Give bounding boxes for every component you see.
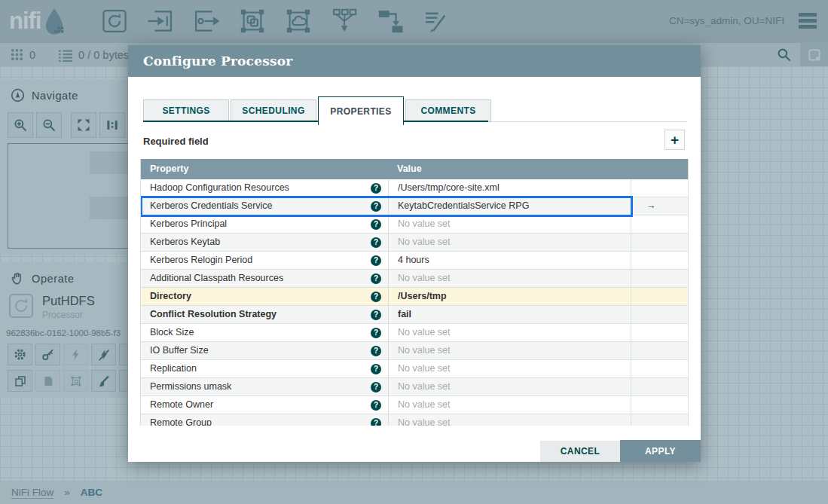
property-row[interactable]: Remote Group ? No value set → (141, 414, 688, 426)
property-row[interactable]: IO Buffer Size ? No value set → (141, 342, 688, 360)
input-port-icon[interactable] (146, 7, 175, 35)
property-value[interactable]: No value set (398, 363, 450, 374)
output-port-icon[interactable] (192, 7, 221, 35)
selected-component-type: Processor (42, 310, 83, 320)
paste-button[interactable] (35, 370, 60, 392)
help-icon[interactable]: ? (371, 201, 381, 212)
help-icon[interactable]: ? (371, 183, 381, 194)
property-value[interactable]: /Users/tmp (398, 291, 447, 301)
minimap-component (90, 151, 128, 174)
property-value[interactable]: No value set (398, 273, 450, 283)
property-value[interactable]: No value set (398, 237, 450, 247)
zoom-actual-button[interactable] (99, 112, 125, 138)
global-menu-icon[interactable] (799, 13, 817, 31)
help-icon[interactable]: ? (371, 382, 381, 393)
property-row[interactable]: Kerberos Keytab ? No value set → (141, 234, 688, 252)
property-value[interactable]: /Users/tmp/core-site.xml (398, 182, 500, 193)
delete-button[interactable] (119, 370, 128, 392)
property-row[interactable]: Hadoop Configuration Resources ? /Users/… (141, 179, 688, 197)
help-icon[interactable]: ? (371, 255, 381, 266)
zoom-fit-button[interactable] (71, 112, 96, 138)
property-row[interactable]: Block Size ? No value set → (141, 324, 688, 342)
group-button[interactable] (63, 370, 88, 392)
search-button[interactable] (767, 43, 800, 66)
component-toolbar (100, 7, 451, 35)
property-row[interactable]: Additional Classpath Resources ? No valu… (141, 270, 688, 288)
property-row[interactable]: Directory ? /Users/tmp → (141, 288, 688, 306)
help-icon[interactable]: ? (371, 400, 381, 411)
disable-button[interactable] (91, 344, 116, 365)
dialog-actions: CANCEL APPLY (540, 440, 701, 462)
column-value: Value (388, 159, 631, 179)
start-button[interactable] (119, 344, 128, 365)
template-icon[interactable] (376, 7, 405, 35)
selected-component-name: PutHDFS (42, 294, 95, 308)
help-icon[interactable]: ? (371, 364, 381, 374)
apply-button[interactable]: APPLY (620, 440, 701, 462)
property-row[interactable]: Conflict Resolution Strategy ? fail → (141, 306, 688, 324)
property-name: Kerberos Credentials Service (150, 197, 273, 215)
tab-settings[interactable]: SETTINGS (143, 99, 229, 122)
cancel-button[interactable]: CANCEL (540, 441, 620, 462)
property-name: Conflict Resolution Strategy (150, 306, 277, 323)
nifi-drop-icon (41, 7, 67, 37)
help-icon[interactable]: ? (371, 328, 381, 338)
selected-component-id[interactable]: 962836bc-0162-1000-98b5-f3 (6, 328, 121, 338)
property-value[interactable]: KeytabCredentialsService RPG (398, 200, 529, 211)
label-icon[interactable] (422, 7, 451, 35)
change-color-button[interactable] (91, 370, 116, 392)
property-value[interactable]: No value set (398, 218, 450, 229)
current-user: CN=sys_admin, OU=NIFI (669, 15, 784, 26)
birdseye-minimap[interactable] (8, 143, 128, 249)
gear-icon (13, 347, 27, 362)
go-to-service-icon[interactable]: → (640, 200, 656, 211)
property-value[interactable]: No value set (398, 345, 450, 356)
property-name: Additional Classpath Resources (150, 270, 283, 287)
help-icon[interactable]: ? (371, 310, 381, 320)
property-value[interactable]: No value set (398, 417, 450, 426)
navigate-palette: Navigate (0, 79, 128, 255)
processor-icon[interactable] (100, 7, 129, 35)
zoom-out-button[interactable] (36, 112, 62, 138)
property-row[interactable]: Remote Owner ? No value set → (141, 396, 688, 414)
property-row[interactable]: Replication ? No value set → (141, 360, 688, 378)
property-row[interactable]: Kerberos Principal ? No value set → (141, 215, 688, 234)
property-value[interactable]: No value set (398, 381, 450, 392)
help-icon[interactable]: ? (371, 418, 381, 426)
help-icon[interactable]: ? (371, 237, 381, 248)
property-name: Replication (150, 360, 197, 377)
tab-scheduling[interactable]: SCHEDULING (231, 99, 316, 122)
breadcrumb-root[interactable]: NiFi Flow (11, 487, 53, 499)
property-row[interactable]: Kerberos Credentials Service ? KeytabCre… (141, 197, 688, 215)
zoom-in-icon (13, 118, 28, 133)
property-name: Block Size (150, 324, 194, 341)
hand-icon (11, 271, 25, 286)
help-icon[interactable]: ? (371, 292, 381, 302)
queued-count: 0 / 0 bytes (78, 49, 129, 61)
tab-properties[interactable]: PROPERTIES (318, 96, 404, 125)
help-icon[interactable]: ? (371, 219, 381, 230)
help-icon[interactable]: ? (371, 346, 381, 356)
property-row[interactable]: Permissions umask ? No value set → (141, 378, 688, 396)
process-group-icon[interactable] (238, 7, 267, 35)
property-value[interactable]: 4 hours (398, 255, 429, 265)
remote-process-group-icon[interactable] (284, 7, 313, 35)
configure-button[interactable] (8, 344, 32, 365)
funnel-icon[interactable] (330, 7, 359, 35)
access-policies-button[interactable] (35, 344, 60, 365)
tab-comments[interactable]: COMMENTS (405, 99, 491, 122)
enable-button[interactable] (63, 344, 88, 365)
copy-icon (14, 374, 27, 388)
help-icon[interactable]: ? (371, 273, 381, 284)
zoom-in-button[interactable] (8, 112, 33, 138)
bulletin-board-button[interactable] (800, 43, 828, 66)
property-value[interactable]: fail (398, 309, 411, 319)
property-value[interactable]: No value set (398, 399, 450, 410)
property-value[interactable]: No value set (398, 327, 450, 338)
property-row[interactable]: Kerberos Relogin Period ? 4 hours → (141, 252, 688, 270)
one-to-one-icon (105, 118, 120, 133)
property-name: Kerberos Relogin Period (150, 252, 252, 269)
add-property-button[interactable]: + (665, 130, 685, 150)
table-body: Hadoop Configuration Resources ? /Users/… (141, 179, 688, 426)
copy-button[interactable] (8, 370, 32, 392)
